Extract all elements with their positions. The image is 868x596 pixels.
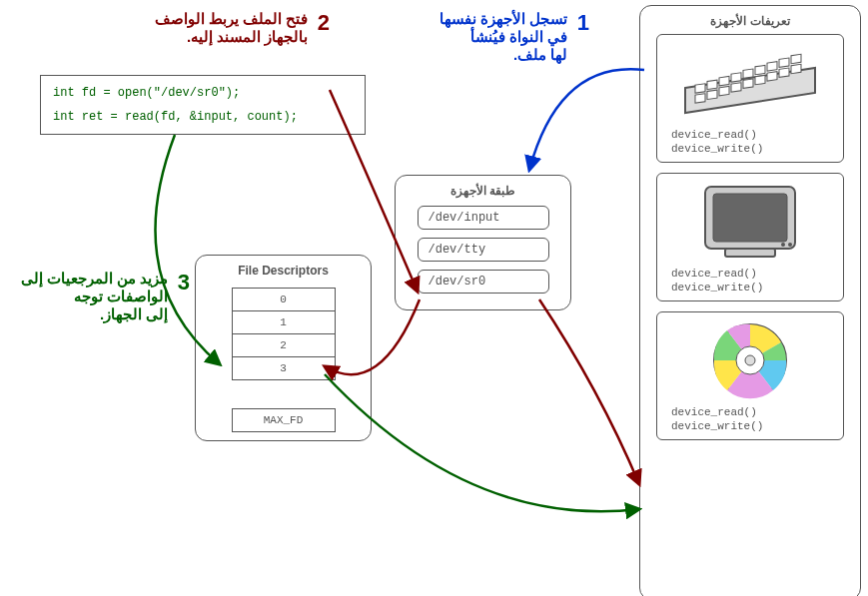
svg-rect-7: [767, 62, 777, 71]
arrow-step2c: [539, 299, 639, 484]
step2-line1: فتح الملف يربط الواصف: [155, 10, 309, 27]
fd-row-max: MAX_FD: [232, 409, 335, 432]
device-layer-panel: طبقة الأجهزة /dev/input /dev/tty /dev/sr…: [395, 175, 571, 310]
step3-label: 3 مزيد من المرجعيات إلى الواصفات توجه إل…: [10, 270, 190, 323]
monitor-fn-write: device_write(): [671, 282, 835, 294]
svg-rect-16: [767, 72, 777, 81]
dev-item-sr0: /dev/sr0: [418, 270, 549, 294]
keyboard-fn-write: device_write(): [671, 143, 835, 155]
svg-rect-6: [755, 65, 765, 74]
step2-line2: بالجهاز المسند إليه.: [187, 28, 309, 45]
svg-rect-11: [707, 90, 717, 99]
code-box: int fd = open("/dev/sr0"); int ret = rea…: [40, 75, 366, 135]
device-card-monitor: device_read() device_write(): [656, 173, 844, 301]
fd-table: 0 1 2 3 MAX_FD: [232, 288, 336, 432]
device-card-cd: device_read() device_write(): [656, 311, 844, 440]
devices-panel: تعريفات الأجهزة: [639, 5, 861, 596]
svg-rect-3: [719, 76, 729, 85]
step3-line3: إلى الجهاز.: [100, 305, 168, 322]
fd-row-3: 3: [232, 357, 335, 380]
step3-number: 3: [178, 270, 190, 295]
svg-rect-9: [791, 54, 801, 63]
fd-title: File Descriptors: [206, 264, 361, 278]
svg-rect-12: [719, 86, 729, 95]
svg-rect-21: [725, 249, 775, 257]
svg-rect-8: [779, 58, 789, 67]
device-card-keyboard: device_read() device_write(): [656, 34, 844, 163]
fd-row-1: 1: [232, 311, 335, 334]
svg-rect-17: [779, 68, 789, 77]
devices-panel-title: تعريفات الأجهزة: [650, 14, 850, 28]
svg-rect-10: [695, 94, 705, 103]
cd-fn-write: device_write(): [671, 420, 835, 432]
fd-row-dash: [232, 380, 335, 409]
step1-label: 1 تسجل الأجهزة نفسها في النواة فيُنشأ له…: [370, 10, 589, 64]
step1-line3: لها ملف.: [513, 46, 567, 63]
step1-line2: في النواة فيُنشأ: [470, 28, 567, 45]
svg-rect-4: [731, 73, 741, 82]
svg-rect-2: [707, 80, 717, 89]
step2-label: 2 فتح الملف يربط الواصف بالجهاز المسند إ…: [100, 10, 330, 46]
cd-icon: [665, 320, 835, 400]
svg-rect-13: [731, 83, 741, 92]
arrow-step1: [529, 69, 644, 170]
svg-rect-5: [743, 69, 753, 78]
fd-row-2: 2: [232, 334, 335, 357]
step3-line1: مزيد من المرجعيات إلى: [21, 270, 169, 287]
monitor-fn-read: device_read(): [671, 268, 835, 280]
dev-item-tty: /dev/tty: [418, 238, 549, 262]
keyboard-icon: [665, 43, 835, 123]
monitor-icon: [665, 182, 835, 262]
arrow-step3b: [325, 374, 639, 511]
step1-line1: تسجل الأجهزة نفسها: [439, 10, 567, 27]
code-line-2: int ret = read(fd, &input, count);: [53, 110, 353, 124]
svg-rect-18: [791, 64, 801, 73]
step2-number: 2: [318, 10, 330, 35]
dev-item-input: /dev/input: [418, 206, 549, 230]
keyboard-fn-read: device_read(): [671, 129, 835, 141]
cd-fn-read: device_read(): [671, 406, 835, 418]
step3-line2: الواصفات توجه: [74, 288, 168, 304]
device-layer-title: طبقة الأجهزة: [406, 184, 560, 198]
fd-panel: File Descriptors 0 1 2 3 MAX_FD: [195, 255, 372, 441]
code-line-1: int fd = open("/dev/sr0");: [53, 86, 353, 100]
svg-point-23: [781, 243, 785, 247]
svg-point-22: [788, 243, 792, 247]
svg-rect-1: [695, 84, 705, 93]
svg-rect-15: [755, 75, 765, 84]
svg-rect-20: [713, 194, 787, 242]
fd-row-0: 0: [232, 289, 335, 311]
svg-point-26: [745, 355, 755, 365]
svg-rect-14: [743, 79, 753, 88]
step1-number: 1: [577, 10, 589, 35]
